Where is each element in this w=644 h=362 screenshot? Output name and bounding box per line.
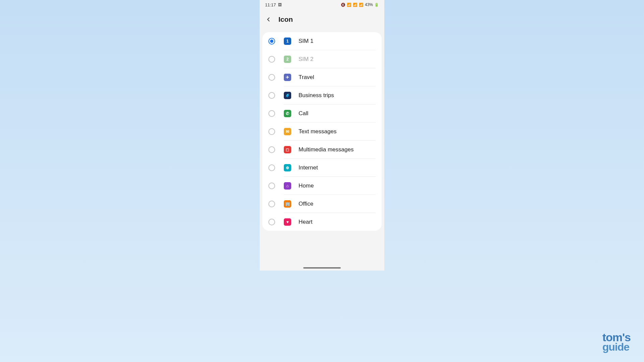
phone-screen: 11:17 🖼 🔇 📶 📶 📶 43% 🔋 Icon 1SIM 12SIM 2✈…: [260, 0, 384, 271]
header: Icon: [260, 9, 384, 29]
home-indicator[interactable]: [303, 267, 341, 269]
sim2-icon: 2: [284, 56, 291, 63]
sim1-icon: 1: [284, 38, 291, 45]
icon-row-label: Office: [299, 201, 313, 207]
icon-row-label: Text messages: [299, 128, 336, 135]
status-bar: 11:17 🖼 🔇 📶 📶 📶 43% 🔋: [260, 0, 384, 9]
icon-row[interactable]: 🏢Office: [262, 195, 382, 213]
icon-row[interactable]: ⌂Home: [262, 177, 382, 195]
icon-row[interactable]: ◻Multimedia messages: [262, 141, 382, 158]
internet-icon: ⊕: [284, 164, 291, 171]
radio-button[interactable]: [268, 38, 275, 45]
page-title: Icon: [278, 15, 293, 23]
office-icon: 🏢: [284, 200, 291, 208]
icon-row[interactable]: 2SIM 2: [262, 50, 382, 68]
radio-button[interactable]: [268, 201, 275, 207]
icon-row[interactable]: 🧳Business trips: [262, 86, 382, 104]
icon-row[interactable]: ✆Call: [262, 104, 382, 122]
icon-row-label: SIM 1: [299, 38, 313, 45]
icon-row-label: Business trips: [299, 92, 334, 99]
icon-row[interactable]: 1SIM 1: [262, 32, 382, 50]
mute-icon: 🔇: [341, 3, 345, 7]
icon-row[interactable]: ✉Text messages: [262, 123, 382, 140]
business-trips-icon: 🧳: [284, 92, 291, 99]
radio-button[interactable]: [268, 164, 275, 171]
text-messages-icon: ✉: [284, 128, 291, 135]
chevron-left-icon: [265, 16, 272, 23]
radio-button[interactable]: [268, 128, 275, 135]
icon-row-label: Call: [299, 110, 308, 117]
signal-icon-2: 📶: [359, 3, 364, 7]
icon-list: 1SIM 12SIM 2✈Travel🧳Business trips✆Call✉…: [262, 32, 382, 231]
home-icon: ⌂: [284, 182, 291, 190]
watermark-line2: guide: [602, 342, 631, 352]
radio-button[interactable]: [268, 183, 275, 189]
radio-button[interactable]: [268, 219, 275, 225]
icon-row-label: Multimedia messages: [299, 146, 353, 153]
battery-icon: 🔋: [374, 3, 379, 7]
radio-button[interactable]: [268, 56, 275, 63]
travel-icon: ✈: [284, 74, 291, 81]
wifi-icon: 📶: [347, 3, 351, 7]
watermark: tom's guide: [602, 332, 631, 352]
icon-row-label: Internet: [299, 164, 318, 171]
signal-icon-1: 📶: [353, 3, 358, 7]
call-icon: ✆: [284, 110, 291, 117]
icon-row[interactable]: ⊕Internet: [262, 159, 382, 176]
radio-button[interactable]: [268, 74, 275, 81]
status-time: 11:17: [265, 2, 276, 7]
icon-row[interactable]: ♥Heart: [262, 213, 382, 231]
icon-row-label: Heart: [299, 219, 313, 225]
icon-row-label: SIM 2: [299, 56, 313, 63]
radio-button[interactable]: [268, 110, 275, 117]
radio-button[interactable]: [268, 146, 275, 153]
icon-row-label: Travel: [299, 74, 314, 81]
picture-icon: 🖼: [278, 3, 282, 7]
icon-row[interactable]: ✈Travel: [262, 68, 382, 86]
battery-text: 43%: [365, 2, 373, 7]
heart-icon: ♥: [284, 218, 291, 226]
back-button[interactable]: [264, 15, 272, 23]
radio-button[interactable]: [268, 92, 275, 99]
icon-row-label: Home: [299, 183, 314, 189]
multimedia-messages-icon: ◻: [284, 146, 291, 153]
